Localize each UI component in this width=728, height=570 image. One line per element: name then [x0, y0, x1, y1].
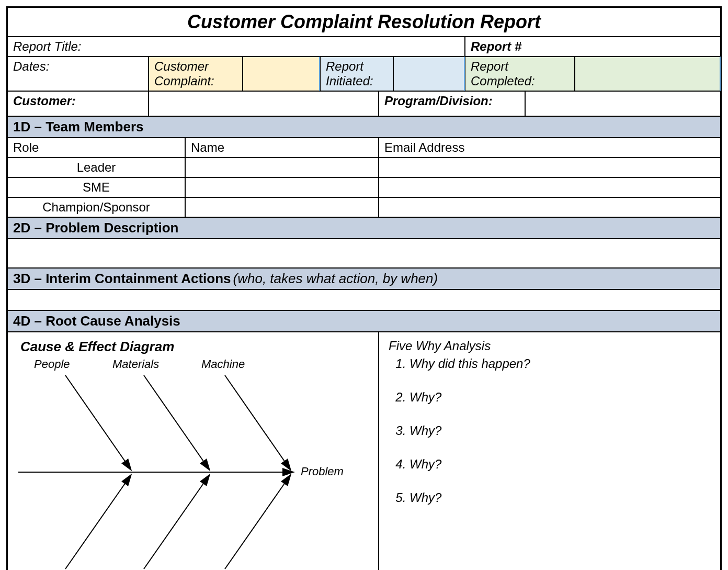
svg-line-3: [225, 375, 290, 470]
customer-value[interactable]: [149, 91, 379, 116]
col-email: Email Address: [379, 138, 721, 158]
col-role: Role: [7, 138, 185, 158]
why-5: Why?: [410, 490, 711, 505]
report-container: Customer Complaint Resolution Report Rep…: [6, 6, 722, 570]
diagram-title: Cause & Effect Diagram: [20, 339, 369, 355]
svg-line-2: [144, 375, 209, 470]
program-division-value[interactable]: [525, 91, 721, 116]
email-champion[interactable]: [379, 197, 721, 217]
report-number-label: Report #: [465, 37, 721, 57]
dates-label: Dates:: [7, 57, 149, 91]
section-3d-heading-bold: 3D – Interim Containment Actions: [13, 271, 231, 287]
report-completed-value[interactable]: [575, 57, 721, 91]
svg-line-6: [225, 475, 290, 569]
report-completed-label: Report Completed:: [465, 57, 575, 91]
name-leader[interactable]: [185, 158, 379, 177]
cause-effect-diagram: Cause & Effect Diagram People Materials …: [7, 332, 379, 570]
email-sme[interactable]: [379, 177, 721, 197]
label-materials: Materials: [112, 357, 159, 371]
label-machine: Machine: [201, 357, 245, 371]
role-sme: SME: [7, 177, 185, 197]
col-name: Name: [185, 138, 379, 158]
customer-label: Customer:: [7, 91, 149, 116]
section-3d-heading-hint: (who, takes what action, by when): [233, 271, 438, 287]
why-3: Why?: [410, 423, 711, 438]
role-leader: Leader: [7, 158, 185, 177]
section-3d-body[interactable]: [7, 289, 721, 310]
customer-complaint-label: Customer Complaint:: [149, 57, 243, 91]
section-1d-header: 1D – Team Members: [7, 116, 721, 138]
why-2: Why?: [410, 390, 711, 405]
why-4: Why?: [410, 457, 711, 472]
report-title-label: Report Title:: [7, 37, 465, 57]
svg-line-4: [65, 475, 131, 569]
name-sme[interactable]: [185, 177, 379, 197]
svg-line-5: [144, 475, 209, 569]
section-3d-header: 3D – Interim Containment Actions (who, t…: [7, 268, 721, 289]
label-problem: Problem: [301, 465, 344, 478]
customer-complaint-value[interactable]: [243, 57, 320, 91]
five-why-title: Five Why Analysis: [389, 339, 711, 353]
email-leader[interactable]: [379, 158, 721, 177]
report-initiated-value[interactable]: [393, 57, 465, 91]
five-why-pane: Five Why Analysis Why did this happen? W…: [379, 332, 721, 570]
program-division-label: Program/Division:: [379, 91, 525, 116]
svg-line-1: [65, 375, 131, 470]
role-champion: Champion/Sponsor: [7, 197, 185, 217]
section-2d-header: 2D – Problem Description: [7, 217, 721, 239]
report-title: Customer Complaint Resolution Report: [7, 7, 721, 37]
label-people: People: [34, 357, 70, 371]
report-initiated-label: Report Initiated:: [320, 57, 393, 91]
why-1: Why did this happen?: [410, 356, 711, 371]
section-2d-body[interactable]: [7, 239, 721, 268]
section-4d-header: 4D – Root Cause Analysis: [7, 310, 721, 332]
name-champion[interactable]: [185, 197, 379, 217]
